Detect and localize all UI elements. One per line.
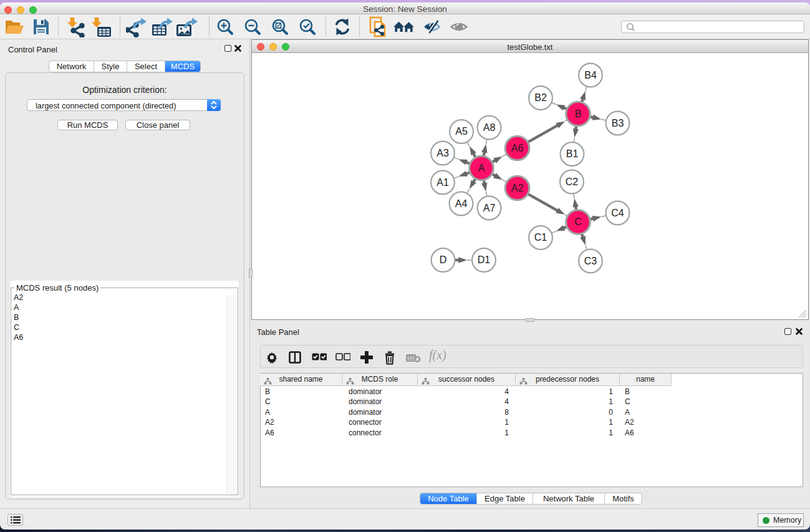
svg-text:C: C [574, 216, 582, 227]
svg-text:B1: B1 [566, 148, 579, 159]
svg-text:A6: A6 [511, 143, 524, 153]
svg-text:A8: A8 [483, 122, 496, 133]
svg-text:A2: A2 [511, 183, 524, 193]
svg-text:A5: A5 [455, 126, 468, 137]
svg-text:B4: B4 [584, 70, 597, 80]
svg-text:A1: A1 [436, 177, 449, 188]
svg-text:C2: C2 [566, 177, 579, 187]
svg-text:C3: C3 [584, 256, 597, 266]
svg-text:A4: A4 [455, 198, 468, 209]
svg-text:B: B [575, 109, 582, 119]
svg-text:C1: C1 [534, 232, 547, 243]
svg-text:A3: A3 [436, 148, 449, 158]
svg-text:B3: B3 [612, 118, 624, 128]
svg-text:D: D [440, 254, 447, 265]
svg-text:A: A [478, 163, 485, 173]
svg-text:C4: C4 [611, 208, 624, 218]
svg-text:D1: D1 [478, 254, 491, 265]
svg-text:A7: A7 [483, 203, 496, 213]
svg-text:B2: B2 [534, 92, 547, 103]
